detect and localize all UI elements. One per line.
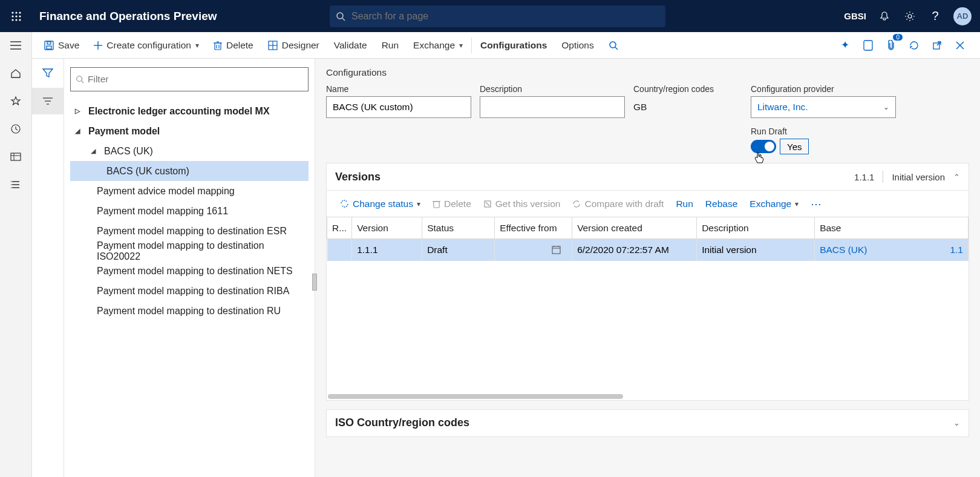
iso-header[interactable]: ISO Country/region codes ⌄ [327, 410, 969, 436]
configurations-tab[interactable]: Configurations [473, 32, 554, 59]
exchange-button[interactable]: Exchange▾ [406, 32, 470, 59]
svg-point-5 [19, 15, 21, 17]
grid-scrollbar[interactable] [327, 394, 969, 400]
delete-button[interactable]: Delete [206, 32, 261, 59]
version-run-button[interactable]: Run [671, 193, 697, 215]
tree-node[interactable]: Payment model mapping 1611 [70, 201, 309, 221]
attachments-icon[interactable]: 0 [881, 35, 901, 56]
badge-count: 0 [893, 34, 903, 41]
table-row[interactable]: 1.1.1 Draft 6/2/2020 07:22:57 AM Initial… [327, 239, 969, 261]
validate-button[interactable]: Validate [327, 32, 374, 59]
nav-modules[interactable] [0, 171, 32, 198]
iso-title: ISO Country/region codes [335, 416, 469, 429]
office-icon[interactable] [858, 35, 878, 56]
nav-home[interactable] [0, 60, 32, 87]
col-r[interactable]: R... [327, 217, 352, 239]
svg-point-2 [19, 12, 21, 13]
svg-rect-49 [434, 202, 439, 208]
name-input[interactable] [326, 96, 471, 118]
tree-node[interactable]: Payment model mapping to destination ISO… [70, 241, 309, 261]
chevron-down-icon: ▾ [459, 41, 463, 50]
tree-node-selected[interactable]: BACS (UK custom) [70, 161, 309, 181]
nav-favorites[interactable] [0, 88, 32, 114]
expand-icon: ▷ [75, 107, 83, 115]
tree-node[interactable]: Payment model mapping to destination NET… [70, 261, 309, 281]
region-label: Country/region codes [633, 84, 742, 94]
gear-icon[interactable] [903, 9, 917, 24]
change-status-button[interactable]: Change status ▾ [335, 193, 425, 215]
description-input[interactable] [480, 96, 625, 118]
help-icon[interactable]: ? [928, 9, 942, 24]
tree-node[interactable]: Payment model mapping to destination ESR [70, 221, 309, 241]
svg-point-8 [19, 19, 21, 21]
tree-node[interactable]: ◢BACS (UK) [70, 141, 309, 161]
app-title: Finance and Operations Preview [39, 10, 217, 23]
close-icon[interactable] [950, 35, 970, 56]
tree-node[interactable]: ◢Payment model [70, 121, 309, 141]
more-actions-icon[interactable]: ⋯ [806, 197, 826, 211]
nav-recent[interactable] [0, 116, 32, 142]
col-effective[interactable]: Effective from [495, 217, 572, 239]
tree-node[interactable]: Payment model mapping to destination RIB… [70, 281, 309, 301]
col-base[interactable]: Base [815, 217, 969, 239]
tree-node[interactable]: Payment model mapping to destination RU [70, 301, 309, 321]
svg-point-6 [11, 19, 13, 21]
svg-point-7 [15, 19, 17, 21]
col-status[interactable]: Status [422, 217, 495, 239]
waffle-icon[interactable] [0, 11, 32, 22]
svg-rect-30 [864, 41, 872, 50]
tree-node[interactable]: ▷Electronic ledger accounting model MX [70, 101, 309, 121]
tree-node[interactable]: Payment advice model mapping [70, 181, 309, 201]
svg-point-47 [77, 76, 82, 82]
version-exchange-button[interactable]: Exchange▾ [745, 193, 803, 215]
command-bar: Save Create configuration ▾ Delete Desig… [0, 32, 980, 59]
versions-grid: R... Version Status Effective from Versi… [327, 217, 969, 261]
tree-filter-input[interactable] [88, 74, 303, 85]
filter-funnel[interactable] [32, 60, 64, 87]
config-tree: ▷Electronic ledger accounting model MX ◢… [70, 101, 309, 321]
calendar-icon[interactable] [552, 245, 561, 254]
designer-button[interactable]: Designer [261, 32, 327, 59]
chevron-down-icon: ▾ [195, 41, 199, 50]
description-label: Description [480, 84, 625, 94]
cell-base: BACS (UK)1.1 [815, 239, 969, 261]
options-tab[interactable]: Options [554, 32, 601, 59]
chevron-down-icon: ⌄ [883, 103, 889, 111]
nav-workspaces[interactable] [0, 143, 32, 170]
rundraft-toggle[interactable] [751, 140, 776, 153]
header-right: GBSI ? AD [844, 7, 972, 25]
svg-rect-15 [45, 41, 53, 50]
provider-select[interactable]: Litware, Inc. ⌄ [751, 96, 896, 118]
nav-toggle[interactable] [0, 32, 32, 59]
filter-lines[interactable] [32, 88, 64, 114]
collapse-icon: ◢ [91, 147, 99, 155]
rebase-button[interactable]: Rebase [701, 193, 742, 215]
run-button[interactable]: Run [374, 32, 406, 59]
search-icon [336, 12, 345, 21]
user-avatar[interactable]: AD [953, 7, 972, 25]
panel-resize-handle[interactable] [312, 274, 317, 291]
action-search-button[interactable] [601, 32, 626, 59]
trash-icon [214, 41, 222, 50]
svg-rect-20 [215, 43, 221, 50]
save-button[interactable]: Save [37, 32, 87, 59]
col-created[interactable]: Version created [572, 217, 697, 239]
popout-icon[interactable] [927, 35, 947, 56]
bell-icon[interactable] [877, 9, 892, 24]
company-picker[interactable]: GBSI [844, 11, 866, 21]
tree-filter[interactable] [70, 67, 309, 91]
search-icon [76, 75, 84, 84]
svg-line-10 [342, 18, 345, 21]
chevron-up-icon[interactable]: ⌃ [953, 173, 960, 182]
svg-point-9 [337, 13, 343, 19]
svg-point-42 [11, 184, 11, 185]
col-version[interactable]: Version [352, 217, 422, 239]
download-icon [483, 200, 492, 208]
refresh-icon[interactable] [904, 35, 924, 56]
col-description[interactable]: Description [697, 217, 815, 239]
create-configuration-button[interactable]: Create configuration ▾ [87, 32, 206, 59]
get-version-button: Get this version [479, 193, 566, 215]
global-search-input[interactable] [351, 11, 659, 22]
global-search[interactable] [330, 5, 665, 27]
sparkle-icon[interactable]: ✦ [835, 35, 855, 56]
